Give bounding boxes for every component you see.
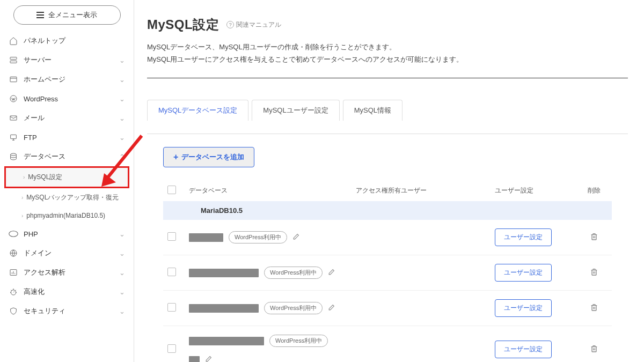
user-settings-button[interactable]: ユーザー設定 [495, 228, 552, 246]
wordpress-badge: WordPress利用中 [229, 231, 287, 243]
sidebar-item-analytics[interactable]: アクセス解析 ⌄ [4, 263, 129, 282]
database-name-redacted [189, 337, 264, 345]
svg-point-9 [11, 153, 17, 156]
database-name-redacted [189, 356, 200, 362]
edit-icon[interactable] [328, 269, 335, 277]
delete-icon[interactable] [590, 346, 598, 354]
delete-icon[interactable] [590, 234, 598, 242]
table-group-row: MariaDB10.5 [163, 201, 612, 220]
database-name-redacted [189, 233, 223, 242]
row-checkbox[interactable] [167, 232, 176, 241]
globe-icon [9, 248, 18, 258]
chevron-down-icon: ⌄ [119, 114, 125, 122]
col-header-database: データベース [189, 186, 356, 195]
edit-icon[interactable] [328, 304, 335, 313]
chart-icon [9, 268, 18, 277]
divider [147, 78, 628, 79]
page-title: MySQL設定 [147, 16, 219, 33]
svg-rect-5 [10, 116, 17, 120]
sidebar-subitem-mysql-backup[interactable]: › MySQLバックアップ取得・復元 [4, 188, 129, 207]
window-icon [9, 75, 18, 84]
wordpress-badge: WordPress利用中 [269, 335, 328, 347]
chevron-down-icon: ⌄ [119, 56, 125, 64]
plus-icon: + [173, 152, 178, 162]
tabs: MySQLデータベース設定 MySQLユーザー設定 MySQL情報 [147, 100, 628, 121]
ftp-icon [9, 132, 18, 142]
svg-rect-0 [10, 57, 17, 60]
col-header-user: アクセス権所有ユーザー [356, 186, 495, 195]
database-icon [9, 152, 18, 161]
sidebar-item-wordpress[interactable]: WordPress ⌄ [4, 89, 129, 108]
edit-icon[interactable] [205, 356, 212, 362]
chevron-down-icon: ⌄ [119, 269, 125, 277]
all-menu-button[interactable]: 全メニュー表示 [13, 5, 121, 25]
hamburger-icon [36, 12, 44, 18]
chevron-right-icon: › [21, 195, 23, 201]
sidebar-item-php[interactable]: PHP ⌄ [4, 224, 129, 243]
svg-rect-6 [11, 135, 17, 138]
database-table: データベース アクセス権所有ユーザー ユーザー設定 削除 MariaDB10.5… [163, 180, 612, 362]
wordpress-badge: WordPress利用中 [264, 267, 323, 279]
sidebar-item-server[interactable]: サーバー ⌄ [4, 50, 129, 70]
chevron-down-icon: ⌄ [119, 230, 125, 238]
chevron-down-icon: ⌄ [119, 95, 125, 103]
all-menu-label: 全メニュー表示 [48, 10, 97, 20]
user-settings-button[interactable]: ユーザー設定 [495, 264, 552, 282]
mail-icon [9, 113, 18, 123]
tab-mysql-user[interactable]: MySQLユーザー設定 [252, 100, 339, 121]
chevron-right-icon: › [21, 213, 23, 219]
row-checkbox[interactable] [167, 303, 176, 312]
server-icon [9, 55, 18, 65]
shield-icon [9, 306, 18, 316]
add-database-button[interactable]: + データベースを追加 [163, 147, 254, 167]
manual-link[interactable]: ? 関連マニュアル [226, 20, 281, 29]
delete-icon[interactable] [590, 270, 598, 278]
help-icon: ? [226, 21, 234, 28]
chevron-down-icon: ⌄ [119, 76, 125, 84]
svg-point-10 [9, 231, 18, 237]
sidebar-item-mail[interactable]: メール ⌄ [4, 108, 129, 128]
wordpress-icon [9, 94, 18, 104]
sidebar-item-homepage[interactable]: ホームページ ⌄ [4, 70, 129, 89]
table-header: データベース アクセス権所有ユーザー ユーザー設定 削除 [163, 180, 612, 201]
home-icon [9, 36, 18, 46]
user-settings-button[interactable]: ユーザー設定 [495, 341, 552, 358]
tab-mysql-info[interactable]: MySQL情報 [343, 100, 402, 121]
chevron-right-icon: › [23, 174, 25, 180]
table-row: WordPress利用中 ユーザー設定 [163, 291, 612, 326]
sidebar-item-domain[interactable]: ドメイン ⌄ [4, 243, 129, 263]
row-checkbox[interactable] [167, 268, 176, 276]
svg-line-18 [13, 291, 14, 292]
delete-icon[interactable] [590, 305, 598, 313]
table-row: WordPress利用中 ユーザー設定 [163, 255, 612, 291]
main-content: MySQL設定 ? 関連マニュアル MySQLデータベース、MySQL用ユーザー… [134, 0, 644, 362]
svg-point-17 [11, 290, 16, 295]
select-all-checkbox[interactable] [167, 186, 176, 194]
col-header-delete: 削除 [581, 186, 608, 195]
sidebar-item-speed[interactable]: 高速化 ⌄ [4, 282, 129, 301]
database-name-redacted [189, 269, 259, 277]
table-row: WordPress利用中 ユーザー設定 [163, 326, 612, 362]
tab-mysql-database[interactable]: MySQLデータベース設定 [147, 100, 248, 121]
chevron-down-icon: ⌄ [119, 249, 125, 257]
sidebar-item-panel-top[interactable]: パネルトップ [4, 31, 129, 50]
chevron-down-icon: ⌄ [119, 307, 125, 315]
user-settings-button[interactable]: ユーザー設定 [495, 299, 552, 317]
wordpress-badge: WordPress利用中 [264, 302, 323, 314]
sidebar-item-security[interactable]: セキュリティ ⌄ [4, 301, 129, 321]
php-icon [9, 229, 18, 239]
edit-icon[interactable] [292, 233, 299, 242]
row-checkbox[interactable] [167, 344, 176, 353]
table-row: WordPress利用中 ユーザー設定 [163, 220, 612, 255]
speed-icon [9, 287, 18, 297]
col-header-setting: ユーザー設定 [495, 186, 581, 195]
svg-rect-1 [10, 61, 17, 63]
chevron-down-icon: ⌄ [119, 288, 125, 296]
page-description: MySQLデータベース、MySQL用ユーザーの作成・削除を行うことができます。 … [147, 41, 628, 66]
sidebar-subitem-phpmyadmin[interactable]: › phpmyadmin(MariaDB10.5) [4, 207, 129, 224]
svg-rect-2 [10, 77, 17, 82]
database-name-redacted [189, 304, 259, 313]
